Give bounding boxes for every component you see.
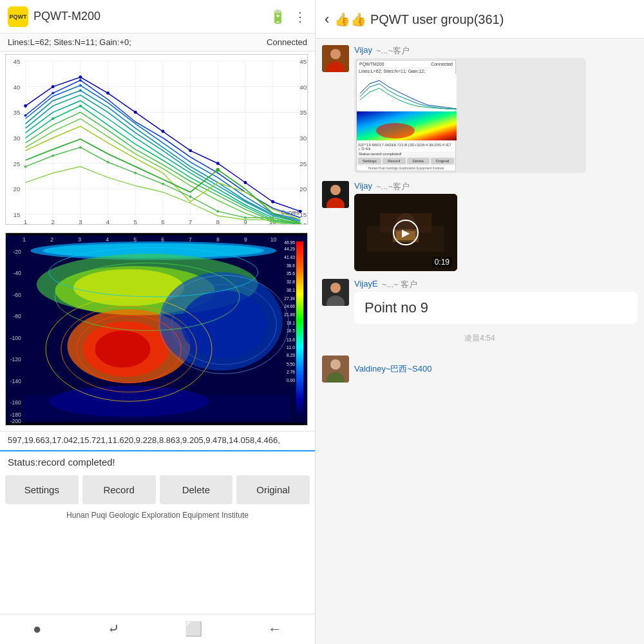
svg-text:-180: -180 xyxy=(10,412,21,418)
status-left: Lines:L=62; Sites:N=11; Gain:+0; xyxy=(8,37,131,47)
svg-text:20: 20 xyxy=(14,185,21,193)
left-panel: PQWT PQWT-M200 🔋 ⋮ Lines:L=62; Sites:N=1… xyxy=(0,0,316,644)
status-right: Connected xyxy=(267,37,307,47)
chart-divider xyxy=(0,450,315,451)
battery-icon: 🔋 xyxy=(270,9,286,24)
svg-text:30.1: 30.1 xyxy=(287,288,295,292)
svg-text:32.8: 32.8 xyxy=(287,279,295,284)
chat-title: 👍👍 PQWT user group(361) xyxy=(334,12,635,27)
svg-text:2.76: 2.76 xyxy=(287,370,295,374)
message-row-3: VijayE ~...~ 客户 Point no 9 xyxy=(322,279,638,324)
nav-bar: ● ⤶ ⬜ ← xyxy=(0,614,315,644)
valdiney-row: Valdiney~巴西~S400 xyxy=(322,353,638,385)
svg-point-53 xyxy=(271,200,274,204)
nav-circle[interactable]: ● xyxy=(33,621,41,638)
svg-text:38.6: 38.6 xyxy=(287,263,295,268)
heatmap-chart: 46.96 44.29 41.43 38.6 35.6 32.8 30.1 27… xyxy=(5,232,308,426)
svg-text:44.29: 44.29 xyxy=(284,247,295,251)
svg-text:-140: -140 xyxy=(10,378,21,384)
svg-rect-75 xyxy=(296,242,303,417)
play-button[interactable]: ▶ xyxy=(393,220,419,245)
app-header: PQWT PQWT-M200 🔋 ⋮ xyxy=(0,0,315,33)
svg-text:1: 1 xyxy=(24,218,28,225)
original-button[interactable]: Original xyxy=(236,475,310,504)
svg-text:7: 7 xyxy=(189,218,193,225)
svg-point-56 xyxy=(52,92,54,95)
message-row-1: Vijay ~...~客户 PQWTM200Connected Lines:L=… xyxy=(322,45,638,173)
message-row-2: Vijay ~...~客户 xyxy=(322,181,638,271)
svg-text:40: 40 xyxy=(299,84,307,91)
svg-point-52 xyxy=(243,181,247,184)
sender-suffix-1: ~...~客户 xyxy=(376,45,410,57)
svg-text:25: 25 xyxy=(14,160,21,167)
svg-point-65 xyxy=(79,146,82,149)
sender-suffix-2: ~...~客户 xyxy=(376,181,410,193)
line-chart-container: 45 40 35 30 25 20 15 45 40 35 30 25 20 1… xyxy=(0,52,315,230)
svg-point-134 xyxy=(330,49,341,59)
video-bubble[interactable]: ▶ 0:19 xyxy=(354,194,457,271)
svg-text:35: 35 xyxy=(299,109,307,116)
svg-point-59 xyxy=(79,90,82,92)
svg-point-54 xyxy=(299,210,302,213)
back-button[interactable]: ‹ xyxy=(325,11,329,28)
svg-text:35.6: 35.6 xyxy=(287,271,295,276)
message-sender-2: Vijay ~...~客户 xyxy=(354,181,638,193)
svg-text:9: 9 xyxy=(244,236,247,243)
svg-text:8: 8 xyxy=(216,236,220,243)
svg-text:-100: -100 xyxy=(10,335,21,341)
svg-text:20: 20 xyxy=(299,185,307,193)
delete-button[interactable]: Delete xyxy=(160,475,233,504)
status-text: Status:record completed! xyxy=(0,453,315,471)
action-buttons: Settings Record Delete Original xyxy=(0,471,315,508)
svg-text:5.50: 5.50 xyxy=(287,362,295,366)
message-content-3: VijayE ~...~ 客户 Point no 9 xyxy=(354,279,638,324)
svg-point-66 xyxy=(107,161,109,164)
nav-square[interactable]: ⬜ xyxy=(185,621,202,638)
svg-text:45: 45 xyxy=(299,58,307,65)
right-panel: ‹ 👍👍 PQWT user group(361) Vijay ~...~客户 xyxy=(316,0,644,644)
svg-point-70 xyxy=(216,210,219,213)
record-button[interactable]: Record xyxy=(82,475,156,504)
nav-home[interactable]: ⤶ xyxy=(108,621,119,638)
svg-point-67 xyxy=(134,172,137,175)
svg-text:24.66: 24.66 xyxy=(284,304,295,308)
svg-point-62 xyxy=(216,168,220,172)
svg-point-47 xyxy=(106,91,109,95)
svg-point-123 xyxy=(181,290,267,358)
valdiney-sender: Valdiney~巴西~S400 xyxy=(354,363,638,375)
chat-header: ‹ 👍👍 PQWT user group(361) xyxy=(316,0,644,39)
sender-name-1: Vijay xyxy=(354,45,372,57)
svg-text:35: 35 xyxy=(14,109,21,116)
svg-point-63 xyxy=(24,166,27,168)
svg-text:2: 2 xyxy=(50,236,53,243)
sender-name-3: VijayE xyxy=(354,279,378,290)
sender-suffix-3: ~...~ 客户 xyxy=(382,279,418,290)
svg-text:2: 2 xyxy=(51,218,55,225)
svg-text:7: 7 xyxy=(189,236,192,243)
settings-button[interactable]: Settings xyxy=(5,475,79,504)
svg-point-61 xyxy=(79,104,82,107)
menu-icon[interactable]: ⋮ xyxy=(294,9,307,24)
svg-text:5: 5 xyxy=(303,222,307,225)
app-title: PQWT-M200 xyxy=(33,10,270,23)
svg-text:-120: -120 xyxy=(10,356,21,363)
screenshot-bubble[interactable]: PQWTM200Connected Lines:L=62; Sites:N=11… xyxy=(354,58,586,173)
nav-back[interactable]: ← xyxy=(268,621,282,638)
svg-point-44 xyxy=(24,104,27,108)
chat-messages: Vijay ~...~客户 PQWTM200Connected Lines:L=… xyxy=(316,39,644,644)
svg-text:30: 30 xyxy=(14,135,21,142)
svg-point-71 xyxy=(244,216,247,219)
svg-text:3: 3 xyxy=(79,218,82,225)
svg-point-121 xyxy=(95,330,150,367)
svg-text:0.00: 0.00 xyxy=(287,378,295,383)
svg-point-72 xyxy=(272,216,274,219)
timestamp: 凌晨4:54 xyxy=(322,332,638,345)
svg-text:21.88: 21.88 xyxy=(284,312,295,317)
text-bubble-point9: Point no 9 xyxy=(354,292,638,324)
svg-point-152 xyxy=(330,359,341,370)
svg-point-58 xyxy=(79,84,82,87)
svg-point-138 xyxy=(376,123,415,138)
svg-point-50 xyxy=(189,149,192,152)
svg-text:41.43: 41.43 xyxy=(284,255,295,260)
message-content-2: Vijay ~...~客户 xyxy=(354,181,638,271)
